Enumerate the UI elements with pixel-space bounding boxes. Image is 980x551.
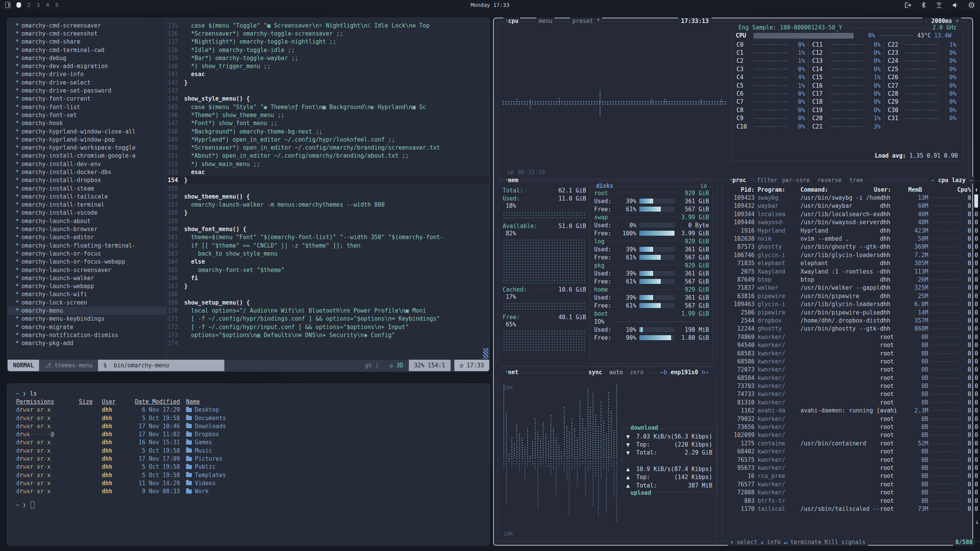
file-list-item[interactable]: * omarchy-install-chromium-google-a xyxy=(8,152,166,160)
process-row[interactable]: 72073 kworker/ root 0B 0.0 xyxy=(725,366,978,374)
file-list-item[interactable]: * omarchy-notification-dismiss xyxy=(8,331,166,339)
process-row[interactable]: 16 rcu_pree root 0B 0.0 xyxy=(725,472,978,480)
code-line[interactable]: 174 xyxy=(167,339,489,347)
code-line[interactable]: 135 case $(menu "Toggle" "▣ Screensaver\… xyxy=(167,21,489,29)
process-row[interactable]: 73656 kworker/ root 0B 0.0 xyxy=(725,423,978,431)
wifi-icon[interactable] xyxy=(936,2,942,8)
file-list-item[interactable]: * omarchy-cmd-screensaver xyxy=(8,21,166,29)
per-core-toggle[interactable]: per-core xyxy=(782,177,810,184)
process-row[interactable]: 72088 kworker/ root 0B 0.0 xyxy=(725,488,978,496)
code-line[interactable]: 140 *) show_trigger_menu ;; xyxy=(167,62,489,70)
filter-button[interactable]: filter xyxy=(755,177,780,184)
sort-selector[interactable]: ← cpu lazy → xyxy=(929,177,975,184)
process-row[interactable]: 109432 waybar /usr/bin/waybar dhh 68M 0.… xyxy=(725,202,978,210)
logout-icon[interactable] xyxy=(905,2,911,8)
proc-box-title[interactable]: ⁴proc xyxy=(728,177,748,184)
process-row[interactable]: 1162 avahi-da avahi-daemon: running [ av… xyxy=(725,407,978,415)
process-row[interactable]: 87649 btop btop dhh 26M 0.0 xyxy=(725,276,978,284)
update-interval[interactable]: - 2000ms + xyxy=(922,18,961,24)
file-list-item[interactable]: * omarchy-hook xyxy=(8,119,166,127)
process-row[interactable]: 87573 ghostty /usr/bin/ghostty --gtk- dh… xyxy=(725,243,978,251)
file-list-item[interactable]: * omarchy-install-steam xyxy=(8,184,166,192)
file-list-item[interactable]: * omarchy-drive-info xyxy=(8,70,166,78)
kill-key[interactable]: Kill xyxy=(825,539,838,546)
file-list-item[interactable]: * omarchy-launch-editor xyxy=(8,233,166,241)
process-row[interactable]: 76577 kworker/ root 0B 0.0 xyxy=(725,480,978,488)
code-line[interactable]: 152 *) show_main_menu ;; xyxy=(167,160,489,168)
net-auto-toggle[interactable]: auto xyxy=(609,369,623,376)
reverse-toggle[interactable]: reverse xyxy=(817,177,841,184)
prompt-line-empty[interactable]: ~ ❯ xyxy=(16,501,489,509)
active-window-icon[interactable] xyxy=(5,2,10,8)
file-list-item[interactable]: * omarchy-launch-or-focus-webapp xyxy=(8,258,166,266)
code-line[interactable]: 156 show_theme_menu() { xyxy=(167,192,489,201)
process-row[interactable]: 109463 glycin-i /usr/lib/glycin-loaders … xyxy=(725,300,978,308)
code-line[interactable]: 171 [ -f ~/.config/hypr/bindings.conf ] … xyxy=(167,315,489,323)
process-row[interactable]: 79032 kworker/ root 0B 0.0 xyxy=(725,415,978,423)
code-line[interactable]: 151 *About*) open_in_editor ~/.config/om… xyxy=(167,152,489,160)
process-row[interactable]: 106746 glycin-i /usr/lib/glycin-loaders … xyxy=(725,251,978,259)
preset-button[interactable]: preset * xyxy=(570,18,602,24)
code-line[interactable]: 144 show_style_menu() { xyxy=(167,95,489,103)
code-line[interactable]: 161 theme=$(menu "Font" "$(omarchy-font-… xyxy=(167,233,489,241)
proc-scrollbar-thumb[interactable] xyxy=(974,194,978,207)
info-key[interactable]: ↓ xyxy=(760,539,764,546)
net-zero-toggle[interactable]: zero xyxy=(630,369,644,376)
file-list-item[interactable]: * omarchy-cmd-screenshot xyxy=(8,29,166,37)
process-row[interactable]: 109440 swayosd- /usr/bin/swayosd-server … xyxy=(725,218,978,227)
process-list[interactable]: 109423 swaybg /usr/bin/swaybg -i /hom dh… xyxy=(725,194,978,531)
process-row[interactable]: 74733 kworker/ root 0B 0.0 xyxy=(725,390,978,398)
code-line[interactable]: 165 omarchy-font-set "$theme" xyxy=(167,266,489,274)
process-row[interactable]: 81310 kworker/ root 0B 0.0 xyxy=(725,398,978,406)
code-line[interactable]: 150 *Screensaver*) open_in_editor ~/.con… xyxy=(167,143,489,152)
process-row[interactable]: 71837 walker /usr/bin/walker --gappl dhh… xyxy=(725,284,978,292)
file-list-item[interactable]: * omarchy-launch-about xyxy=(8,217,166,225)
process-row[interactable]: 68584 kworker/ root 0B 0.0 xyxy=(725,374,978,382)
file-list-item[interactable]: * omarchy-install-docker-dbs xyxy=(8,168,166,176)
process-row[interactable]: 109344 localsea /usr/lib/localsearch-ex … xyxy=(725,210,978,218)
volume-icon[interactable] xyxy=(952,2,959,8)
file-list-item[interactable]: * omarchy-hyprland-window-close-all xyxy=(8,127,166,135)
process-row[interactable]: 102638 nvim nvim --embed . dhh 58M 0.0 xyxy=(725,235,978,243)
code-line[interactable]: 155 xyxy=(167,184,489,192)
cpu-box-title[interactable]: ¹cpu xyxy=(503,18,520,24)
process-row[interactable]: 63816 pipewire /usr/bin/pipewire dhh 25M… xyxy=(725,292,978,300)
file-explorer-pane[interactable]: * omarchy-cmd-screensaver * omarchy-cmd-… xyxy=(8,18,166,360)
code-line[interactable]: 136 *Screensaver*) omarchy-toggle-screen… xyxy=(167,29,489,37)
process-row[interactable]: 803 btrfs-tr root 0B 0.0 xyxy=(725,497,978,505)
code-line[interactable]: 139 *Bar*) omarchy-toggle-waybar ;; xyxy=(167,54,489,62)
file-list-item[interactable]: * omarchy-pkg-add xyxy=(8,339,166,347)
process-row[interactable]: 76575 kworker/ root 0B 0.0 xyxy=(725,456,978,464)
process-row[interactable]: 94540 kworker/ root 0B 0.0 xyxy=(725,341,978,349)
process-row[interactable]: 68583 kworker/ root 0B 0.0 xyxy=(725,349,978,357)
file-list-item[interactable]: * omarchy-lock-screen xyxy=(8,298,166,306)
process-row[interactable]: 1170 tailscal /usr/sbin/tailscaled -- ro… xyxy=(725,505,978,513)
code-line[interactable]: 137 *Nightlight*) omarchy-toggle-nightli… xyxy=(167,38,489,46)
workspace-4[interactable]: 4 xyxy=(46,2,49,8)
bluetooth-icon[interactable] xyxy=(921,2,926,8)
file-list-item[interactable]: * omarchy-debug xyxy=(8,54,166,62)
workspace-3[interactable]: 3 xyxy=(36,2,39,8)
scroll-down-arrow[interactable]: ↓ xyxy=(975,518,978,525)
file-list-item[interactable]: * omarchy-install-vscode xyxy=(8,209,166,217)
workspace-5[interactable]: 5 xyxy=(55,2,58,8)
net-sync-toggle[interactable]: sync xyxy=(588,369,602,376)
code-line[interactable]: 158 } xyxy=(167,209,489,217)
code-line[interactable]: 166 fi xyxy=(167,274,489,282)
process-row[interactable]: 1275 containe /usr/bin/containerd root 5… xyxy=(725,439,978,447)
file-list-item[interactable]: * omarchy-launch-screensaver xyxy=(8,266,166,274)
file-list-item[interactable]: * omarchy-launch-walker xyxy=(8,274,166,282)
file-list-item[interactable]: * omarchy-launch-wifi xyxy=(8,290,166,298)
net-box-title[interactable]: ³net xyxy=(503,369,520,376)
file-list-item[interactable]: * omarchy-font-set xyxy=(8,111,166,119)
code-line[interactable]: 157 omarchy-launch-walker -m menus:omarc… xyxy=(167,201,489,209)
code-line[interactable]: 143 xyxy=(167,86,489,95)
select-up-key[interactable]: ↑ xyxy=(730,539,733,546)
menu-button[interactable]: menu xyxy=(536,18,555,24)
file-list-item[interactable]: * omarchy-font-list xyxy=(8,103,166,111)
workspace-1-active-indicator[interactable] xyxy=(16,2,21,8)
process-row[interactable]: 2075 Xwayland Xwayland :1 -rootless - dh… xyxy=(725,267,978,276)
terminate-key[interactable]: ↵ xyxy=(784,539,787,546)
process-row[interactable]: 71835 elephant elephant dhh 385M 0.0 xyxy=(725,259,978,267)
code-line[interactable]: 173 options="$options\n▤ Defaults\n⊕ DNS… xyxy=(167,331,489,339)
